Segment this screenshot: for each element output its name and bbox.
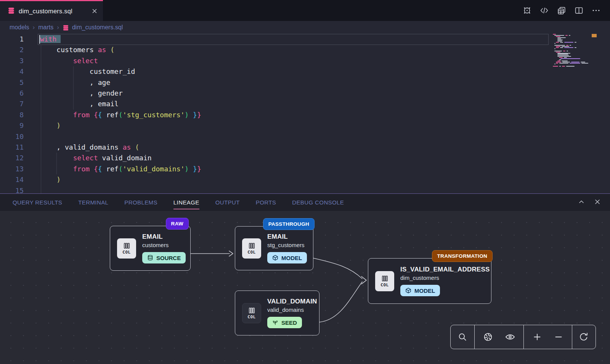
- refresh-icon: [579, 332, 589, 342]
- column-chip: COL: [375, 271, 394, 291]
- code-line[interactable]: 10: [0, 131, 610, 142]
- column-chip: COL: [117, 238, 136, 259]
- tab-problems[interactable]: PROBLEMS: [116, 194, 165, 211]
- code-line[interactable]: 6 , gender: [0, 88, 610, 99]
- zoom-in-button[interactable]: [529, 329, 546, 345]
- minimap[interactable]: [552, 34, 590, 67]
- code-line[interactable]: 2 customers as (: [0, 45, 610, 55]
- tab-title: dim_customers.sql: [19, 8, 88, 15]
- code-line[interactable]: 12 select valid_domain: [0, 153, 610, 163]
- split-editor-icon[interactable]: [574, 6, 584, 15]
- breadcrumb-separator: ›: [57, 24, 59, 31]
- line-number: 14: [0, 174, 24, 185]
- code-line[interactable]: 11 , valid_domains as (: [0, 142, 610, 153]
- columns-icon: [248, 307, 255, 314]
- source-badge: SOURCE: [142, 252, 186, 263]
- column-chip: COL: [242, 238, 261, 259]
- code-editor[interactable]: 1with 2 customers as (3 select4 customer…: [0, 34, 610, 193]
- search-icon: [458, 332, 467, 342]
- line-number: 11: [0, 142, 24, 153]
- aperture-icon: [483, 332, 493, 342]
- seed-badge: SEED: [267, 317, 302, 328]
- passthrough-badge: PASSTHROUGH: [263, 218, 315, 230]
- model-badge: MODEL: [267, 252, 307, 263]
- lineage-canvas[interactable]: RAW COL EMAIL customers SOURCE: [0, 211, 610, 364]
- lineage-toolbar: [450, 325, 596, 349]
- more-actions-icon[interactable]: [591, 6, 601, 15]
- copy-table-icon[interactable]: [557, 6, 567, 16]
- code-line[interactable]: 3 select: [0, 56, 610, 66]
- zoom-out-button[interactable]: [550, 329, 567, 345]
- tab-ports[interactable]: PORTS: [248, 194, 284, 211]
- column-name: EMAIL: [267, 233, 288, 241]
- line-number: 8: [0, 110, 24, 120]
- line-number: 1: [0, 34, 24, 45]
- lineage-node-customers[interactable]: RAW COL EMAIL customers SOURCE: [110, 226, 191, 271]
- tab-debug-console[interactable]: DEBUG CONSOLE: [284, 194, 352, 211]
- code-line[interactable]: 9 ): [0, 120, 610, 131]
- columns-icon: [381, 275, 388, 282]
- columns-icon: [123, 242, 130, 249]
- breadcrumb-models[interactable]: models: [10, 24, 29, 31]
- tab-lineage[interactable]: LINEAGE: [165, 194, 207, 211]
- breadcrumb-file[interactable]: dim_customers.sql: [63, 24, 123, 31]
- dbt-logo-icon[interactable]: [522, 6, 532, 15]
- close-panel-icon[interactable]: [594, 198, 601, 207]
- code-icon[interactable]: [539, 6, 549, 15]
- column-name: VALID_DOMAIN: [267, 298, 317, 305]
- arrowhead-icon: [361, 276, 366, 284]
- code-line[interactable]: 5 , age: [0, 77, 610, 88]
- model-name: valid_domains: [267, 307, 304, 313]
- edge-stg-dim: [313, 258, 362, 279]
- code-line[interactable]: 1with: [0, 34, 610, 45]
- edge-valid-dim: [319, 282, 362, 322]
- database-icon: [147, 255, 153, 261]
- line-number: 13: [0, 164, 24, 174]
- code-line[interactable]: 7 , email: [0, 99, 610, 109]
- search-button[interactable]: [454, 329, 471, 345]
- code-line[interactable]: 13 from {{ ref('valid_domains') }}: [0, 164, 610, 174]
- reset-view-button[interactable]: [575, 329, 592, 345]
- columns-icon: [248, 242, 255, 249]
- minus-icon: [554, 332, 563, 342]
- bottom-panel-header: QUERY RESULTS TERMINAL PROBLEMS LINEAGE …: [0, 193, 610, 211]
- code-line[interactable]: 15: [0, 185, 610, 193]
- line-number: 4: [0, 66, 24, 77]
- line-number: 6: [0, 88, 24, 99]
- cube-icon: [405, 287, 411, 294]
- text-cursor: [39, 35, 40, 44]
- database-icon: [63, 24, 69, 31]
- tab-bar: dim_customers.sql: [0, 0, 610, 21]
- tab-terminal[interactable]: TERMINAL: [70, 194, 116, 211]
- plus-icon: [532, 332, 542, 342]
- column-name: IS_VALID_EMAIL_ADDRESS: [400, 266, 490, 273]
- line-number: 9: [0, 120, 24, 131]
- lineage-node-valid-domains[interactable]: COL VALID_DOMAIN valid_domains SEED: [235, 291, 319, 335]
- minimap-row: [552, 66, 590, 67]
- code-line[interactable]: 8 from {{ ref('stg_customers') }}: [0, 110, 610, 120]
- code-line[interactable]: 14 ): [0, 174, 610, 185]
- raw-badge: RAW: [166, 218, 189, 230]
- lineage-node-dim-customers[interactable]: TRANSFORMATION COL IS_VALID_EMAIL_ADDRES…: [368, 258, 491, 304]
- line-number: 3: [0, 56, 24, 66]
- visibility-button[interactable]: [502, 329, 518, 345]
- line-number: 15: [0, 185, 24, 193]
- chevron-up-icon[interactable]: [578, 198, 585, 207]
- lineage-node-stg-customers[interactable]: PASSTHROUGH COL EMAIL stg_customers MODE…: [235, 226, 313, 270]
- line-number: 10: [0, 131, 24, 142]
- model-name: customers: [142, 242, 169, 248]
- breadcrumb-marts[interactable]: marts: [38, 24, 53, 31]
- snapshot-button[interactable]: [480, 329, 496, 345]
- line-number: 7: [0, 99, 24, 109]
- column-name: EMAIL: [142, 233, 163, 241]
- app-window: dim_customers.sql: [0, 0, 610, 364]
- transformation-badge: TRANSFORMATION: [432, 250, 493, 262]
- editor-actions: [522, 0, 610, 21]
- sprout-icon: [272, 319, 278, 326]
- tab-dim-customers[interactable]: dim_customers.sql: [0, 0, 103, 21]
- close-icon[interactable]: [92, 8, 98, 14]
- model-badge: MODEL: [400, 285, 440, 296]
- tab-query-results[interactable]: QUERY RESULTS: [5, 194, 70, 211]
- tab-output[interactable]: OUTPUT: [207, 194, 248, 211]
- code-line[interactable]: 4 customer_id: [0, 66, 610, 77]
